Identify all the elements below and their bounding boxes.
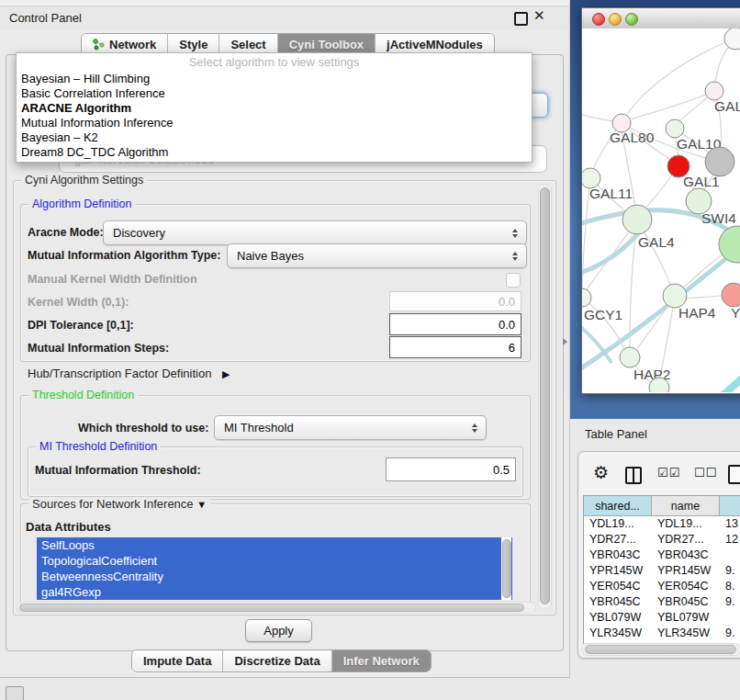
cell-shared-name: YLR345W [584,626,652,641]
table-horizontal-scrollbar[interactable] [581,643,740,656]
float-panel-icon[interactable] [514,12,528,26]
document-icon[interactable] [728,465,740,484]
network-node[interactable] [724,28,740,50]
tab-style-label: Style [179,38,207,51]
dropdown-item[interactable]: Bayesian – K2 [17,130,532,145]
network-view-window[interactable]: GALGAL80GAL10GAL1GAL11SWI4GAL4GCY1HAP4YH… [581,7,740,394]
network-edge[interactable] [630,91,714,119]
close-panel-icon[interactable]: ✕ [533,7,545,24]
network-node[interactable] [622,205,652,234]
manual-kernel-width-checkbox[interactable] [506,273,521,288]
cell-name: YBL079W [652,610,720,626]
table-body: YDL19... YDL19... 13 YDR27... YDR27... 1… [584,516,740,644]
tab-impute-data[interactable]: Impute Data [132,650,223,672]
control-panel-titlebar [0,6,569,29]
network-node[interactable] [722,283,740,307]
mi-steps-input[interactable] [389,336,521,358]
table-row[interactable]: YPR145W YPR145W 9. [584,563,740,579]
table-row[interactable]: YLR345W YLR345W 9. [584,626,740,641]
network-edge[interactable] [582,113,613,121]
table-row[interactable]: YBR045C YBR045C 9. [584,594,740,610]
network-node[interactable] [719,226,740,263]
network-edge[interactable] [582,232,639,275]
data-attribute-item[interactable]: BetweennessCentrality [37,569,512,584]
network-node[interactable] [705,147,734,176]
settings-hscrollbar-thumb[interactable] [19,604,524,612]
minimize-window-button[interactable] [609,13,622,26]
hub-definition-toggle[interactable]: Hub/Transcription Factor Definition ▶ [28,367,230,380]
algorithm-definition-title: Algorithm Definition [28,198,135,210]
mi-steps-label: Mutual Information Steps: [28,342,169,355]
network-node-label: GAL1 [683,174,720,189]
table-row[interactable]: YDR27... YDR27... 12 [584,532,740,548]
dropdown-item[interactable]: Bayesian – Hill Climbing [17,72,532,86]
network-node-label: GAL11 [589,186,633,201]
dropdown-item[interactable]: Basic Correlation Inference [17,86,532,101]
dpi-tolerance-input[interactable] [389,313,521,335]
settings-vertical-scrollbar[interactable] [538,184,552,610]
table-header-row: shared... name [584,496,740,516]
expanded-arrow-icon[interactable]: ▼ [196,499,207,510]
splitter-handle-icon[interactable] [563,338,567,345]
table-hscrollbar-thumb[interactable] [585,645,736,654]
aracne-mode-value: Discovery [104,226,508,240]
apply-button[interactable]: Apply [245,619,312,642]
cell-value [720,610,740,626]
dropdown-item[interactable]: ARACNE Algorithm [17,101,532,116]
data-attribute-item[interactable]: gal4RGexp [37,584,512,600]
apply-button-label: Apply [263,624,294,638]
dropdown-item[interactable]: Mutual Information Inference [17,116,532,130]
settings-scrollbar-thumb[interactable] [540,187,550,604]
settings-horizontal-scrollbar[interactable] [17,602,536,614]
aracne-mode-select[interactable]: Discovery [103,220,527,245]
network-edge[interactable] [692,376,740,392]
mutual-information-threshold-label: Mutual Information Threshold: [35,464,201,477]
zoom-window-button[interactable] [625,13,638,26]
which-threshold-select[interactable]: MI Threshold [214,415,487,440]
tab-infer-network[interactable]: Infer Network [332,650,431,672]
stepper-icon [508,252,522,261]
collapsed-arrow-icon: ▶ [222,368,230,379]
network-node[interactable] [620,347,640,367]
panel-top-strip [0,0,569,6]
dropdown-item[interactable]: Dream8 DC_TDC Algorithm [17,145,532,160]
column-header-shared-name[interactable]: shared... [584,496,652,516]
tab-discretize-data[interactable]: Discretize Data [223,650,331,672]
data-attributes-list: SelfLoops TopologicalCoefficient Between… [37,537,512,600]
data-attribute-item[interactable]: SelfLoops [37,537,512,553]
network-node[interactable] [705,82,723,100]
tab-infer-network-label: Infer Network [343,654,420,668]
mi-threshold-definition-title: MI Threshold Definition [36,440,161,453]
select-all-checkboxes-icon[interactable]: ☑☑ [657,466,680,480]
network-node-label: Y [731,305,740,321]
docked-panel-tab[interactable] [6,686,24,700]
list-vertical-scrollbar[interactable] [501,537,511,600]
gear-icon[interactable]: ⚙ [593,462,609,483]
mi-algorithm-type-select[interactable]: Naive Bayes [227,243,527,268]
cell-value: 13 [720,516,740,532]
column-header-clipped[interactable] [720,496,740,516]
kernel-width-input[interactable] [389,291,521,311]
network-node[interactable] [666,119,684,138]
cell-value [720,548,740,563]
cell-name: YDR27... [652,532,720,548]
data-attribute-item[interactable]: TopologicalCoefficient [37,553,512,569]
deselect-all-checkboxes-icon[interactable]: ☐☐ [694,466,717,480]
list-scrollbar-thumb[interactable] [502,539,511,598]
dropdown-placeholder: Select algorithm to view settings [17,53,532,72]
network-node-label: GCY1 [584,307,622,322]
table-row[interactable]: YER054C YER054C 8. [584,579,740,594]
table-row[interactable]: YDL19... YDL19... 13 [584,516,740,532]
table-row[interactable]: YBL079W YBL079W [584,610,740,626]
cell-value: 9. [720,626,740,641]
network-canvas[interactable]: GALGAL80GAL10GAL1GAL11SWI4GAL4GCY1HAP4YH… [582,28,740,392]
table-row[interactable]: YBR043C YBR043C [584,548,740,563]
mutual-information-threshold-input[interactable] [386,457,516,481]
cell-value: 8. [720,579,740,594]
column-header-name[interactable]: name [652,496,720,516]
columns-icon[interactable] [625,467,642,484]
network-edge[interactable] [686,296,722,299]
close-window-button[interactable] [592,13,605,26]
network-window-titlebar[interactable] [582,8,740,29]
table-panel-title: Table Panel [585,427,647,441]
